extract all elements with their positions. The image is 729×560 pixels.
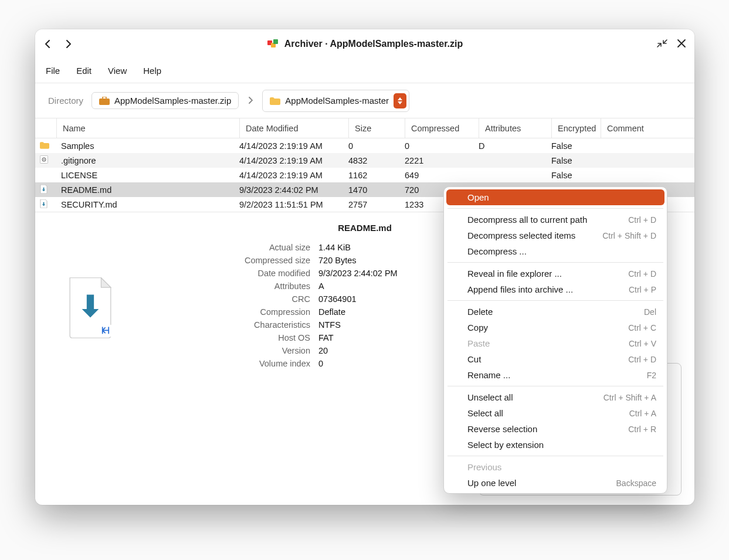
detail-value: 1.44 KiB [318,241,351,254]
table-header: Name Date Modified Size Compressed Attri… [35,118,694,138]
context-shortcut: Ctrl + R [628,425,656,434]
cell-size: 0 [348,141,405,151]
context-item[interactable]: Select by extension [446,437,664,453]
detail-value: FAT [318,331,334,344]
minimize-to-tray-button[interactable] [657,38,667,50]
detail-key: Actual size [131,241,310,254]
table-row[interactable]: LICENSE4/14/2023 2:19:19 AM1162649False [35,168,694,182]
context-separator [447,456,663,456]
detail-value: 0 [318,357,323,370]
context-item: PasteCtrl + V [446,335,664,351]
detail-key: Volume index [131,357,310,370]
detail-key: Host OS [131,331,310,344]
context-label: Reveal in file explorer ... [467,269,562,279]
context-item[interactable]: Unselect allCtrl + Shift + A [446,389,664,405]
context-shortcut: Ctrl + Shift + D [602,231,656,240]
context-item[interactable]: Decompress all to current pathCtrl + D [446,212,664,228]
titlebar: Archiver · AppModelSamples-master.zip [35,29,694,59]
pathbar: Directory AppModelSamples-master.zip App… [35,83,694,118]
nav-back-button[interactable] [43,39,53,49]
context-item[interactable]: Append files into archive ...Ctrl + P [446,281,664,297]
table-row[interactable]: Samples4/14/2023 2:19:19 AM00DFalse [35,138,694,153]
col-attributes[interactable]: Attributes [479,118,551,138]
context-label: Decompress ... [467,246,527,256]
context-shortcut: Ctrl + D [628,215,656,225]
context-shortcut: Backspace [616,478,656,488]
chevron-right-icon [247,97,254,104]
close-button[interactable] [677,39,686,50]
triangle-up-icon [398,97,402,100]
context-item[interactable]: Select allCtrl + A [446,405,664,421]
folder-icon [270,97,280,105]
cell-size: 4832 [348,156,405,165]
context-item[interactable]: Reverse selectionCtrl + R [446,421,664,437]
context-label: Cut [467,354,481,364]
context-label: Reverse selection [467,424,537,434]
nav-forward-button[interactable] [63,39,73,49]
cell-name: SECURITY.md [56,200,239,209]
cell-compressed: 0 [405,141,479,151]
detail-key: CRC [131,293,310,306]
md-icon [40,199,49,209]
svg-rect-0 [267,40,272,45]
context-label: Append files into archive ... [467,284,573,294]
cell-date: 4/14/2023 2:19:19 AM [239,156,348,165]
context-label: Select all [467,408,503,418]
menu-view[interactable]: View [108,66,127,76]
context-item[interactable]: CopyCtrl + C [446,320,664,335]
detail-value: 20 [318,344,328,357]
context-item[interactable]: Up one levelBackspace [446,475,664,491]
breadcrumb-dropdown-button[interactable] [394,93,406,108]
context-item[interactable]: Decompress ... [446,243,664,259]
context-shortcut: Ctrl + C [628,323,656,332]
col-date[interactable]: Date Modified [239,118,348,138]
detail-value: A [318,280,324,293]
breadcrumb-archive[interactable]: AppModelSamples-master.zip [91,92,239,109]
context-label: Rename ... [467,370,510,380]
context-item[interactable]: Open [446,189,664,205]
menu-file[interactable]: File [46,66,60,76]
context-separator [447,262,663,263]
context-item[interactable]: Decompress selected itemsCtrl + Shift + … [446,228,664,243]
detail-value: 720 Bytes [318,254,357,267]
context-separator [447,208,663,209]
col-compressed[interactable]: Compressed [405,118,479,138]
menu-help[interactable]: Help [143,66,161,76]
cell-name: .gitignore [56,156,239,165]
table-row[interactable]: .gitignore4/14/2023 2:19:19 AM48322221Fa… [35,153,694,168]
menu-edit[interactable]: Edit [76,66,91,76]
context-shortcut: Del [644,307,656,317]
col-encrypted[interactable]: Encrypted [551,118,601,138]
context-shortcut: Ctrl + V [629,339,656,348]
context-item[interactable]: DeleteDel [446,304,664,320]
context-item[interactable]: Reveal in file explorer ...Ctrl + D [446,266,664,281]
context-separator [447,386,663,386]
context-label: Unselect all [467,392,513,402]
context-label: Open [467,192,489,202]
detail-key: Version [131,344,310,357]
col-comment[interactable]: Comment [601,118,694,138]
context-item[interactable]: Rename ...F2 [446,367,664,383]
shrink-icon [657,38,667,49]
col-size[interactable]: Size [348,118,405,138]
window-title: Archiver · AppModelSamples-master.zip [284,39,463,49]
context-shortcut: Ctrl + P [629,285,656,294]
context-label: Delete [467,307,493,317]
col-name[interactable]: Name [56,118,239,138]
cell-encrypted: False [551,171,601,180]
detail-key: Compression [131,306,310,318]
context-label: Up one level [467,478,516,488]
cell-size: 2757 [348,200,405,209]
context-label: Decompress all to current path [467,215,587,225]
breadcrumb-separator [247,96,254,106]
context-label: Copy [467,323,488,332]
md-icon [40,185,49,194]
chevron-right-icon [63,39,73,49]
blank-icon [40,169,49,179]
detail-key: Compressed size [131,254,310,267]
chevron-left-icon [43,39,53,49]
breadcrumb-folder[interactable]: AppModelSamples-master [262,90,409,112]
briefcase-icon [99,97,110,105]
cell-attributes: D [479,141,551,151]
context-item[interactable]: CutCtrl + D [446,351,664,367]
